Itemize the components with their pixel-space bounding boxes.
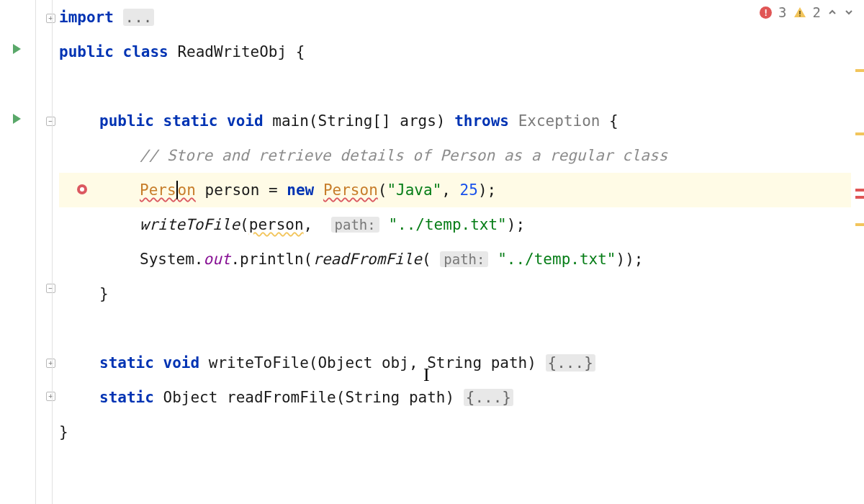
keyword-class: class <box>123 43 168 60</box>
keyword-throws: throws <box>454 112 509 130</box>
chevron-down-icon[interactable] <box>844 7 854 17</box>
call-writeToFile: writeToFile <box>140 216 240 233</box>
close-brace: } <box>59 423 68 441</box>
comment: // Store and retrieve details of Person … <box>59 147 667 164</box>
number-literal: 25 <box>460 181 478 199</box>
error-stripe-bar[interactable] <box>854 0 864 504</box>
gutter-fold-border <box>52 0 53 504</box>
arg-person: person <box>249 216 304 233</box>
gutter-border <box>35 0 36 504</box>
fold-expand-icon[interactable]: + <box>46 392 55 401</box>
error-stripe[interactable] <box>855 69 864 72</box>
keyword-new: new <box>287 181 314 199</box>
field-out: out <box>204 251 231 268</box>
method-name-writeToFile: writeToFile <box>209 354 309 372</box>
fold-placeholder[interactable]: ... <box>123 9 155 26</box>
param-hint: path: <box>331 217 379 233</box>
error-stripe[interactable] <box>855 223 864 226</box>
gutter: + − − + + <box>0 0 59 504</box>
fold-collapse-icon[interactable]: − <box>46 117 55 126</box>
svg-rect-1 <box>799 15 801 17</box>
chevron-up-icon[interactable] <box>827 7 837 17</box>
run-main-icon[interactable] <box>10 112 23 125</box>
string-literal: "../temp.txt" <box>498 251 616 268</box>
type-ref-person: Pers <box>140 181 176 199</box>
string-literal: "../temp.txt" <box>388 216 506 233</box>
call-readFromFile: readFromFile <box>312 251 422 268</box>
svg-rect-0 <box>799 11 801 14</box>
keyword-import: import <box>59 9 114 26</box>
run-class-icon[interactable] <box>10 42 23 55</box>
method-name-readFromFile: readFromFile <box>227 389 336 406</box>
error-stripe[interactable] <box>855 196 864 199</box>
class-name: ReadWriteObj <box>177 43 287 60</box>
keyword-public: public <box>59 43 114 60</box>
fold-placeholder[interactable]: {...} <box>546 354 595 372</box>
keyword-void: void <box>227 112 264 130</box>
method-name-main: main <box>272 112 309 130</box>
fold-expand-icon[interactable]: + <box>46 14 55 23</box>
code-editor[interactable]: import ... public class ReadWriteObj { p… <box>59 0 864 449</box>
exception-type: Exception <box>518 112 600 130</box>
warning-count: 2 <box>813 4 821 20</box>
error-stripe[interactable] <box>855 189 864 192</box>
error-count: 3 <box>778 4 786 20</box>
keyword-public: public <box>59 112 154 130</box>
string-literal: "Java" <box>387 181 441 199</box>
param-hint: path: <box>440 251 488 267</box>
error-stripe[interactable] <box>855 132 864 135</box>
text-cursor-icon: I <box>423 364 430 386</box>
keyword-static: static <box>163 112 218 130</box>
fold-placeholder[interactable]: {...} <box>464 389 513 406</box>
warning-icon <box>793 6 806 19</box>
close-brace: } <box>59 285 109 302</box>
ctor-ref-person: Person <box>323 181 378 199</box>
error-icon: ! <box>760 6 772 19</box>
inspection-summary[interactable]: ! 3 2 <box>760 4 854 20</box>
fold-collapse-icon[interactable]: − <box>46 284 55 293</box>
fold-expand-icon[interactable]: + <box>46 359 55 368</box>
